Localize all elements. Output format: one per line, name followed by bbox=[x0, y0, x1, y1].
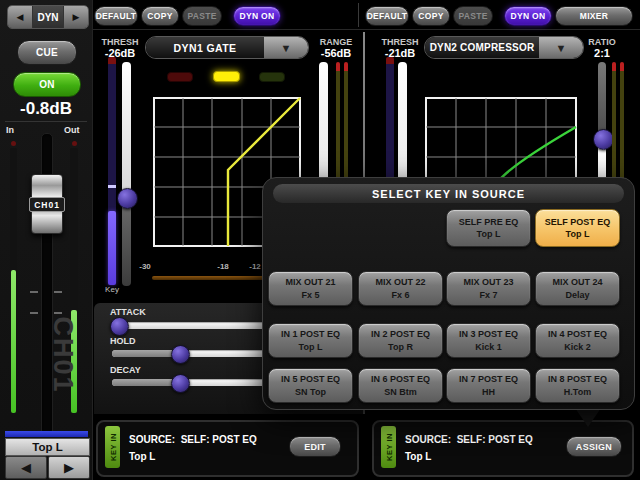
source-in-3-post-eq-button[interactable]: IN 3 POST EQKick 1 bbox=[446, 323, 531, 358]
source-main-label: MIX OUT 21 bbox=[285, 276, 335, 288]
source-main-label: SELF POST EQ bbox=[545, 216, 611, 228]
source-in-2-post-eq-button[interactable]: IN 2 POST EQTop R bbox=[358, 323, 443, 358]
source-main-label: IN 4 POST EQ bbox=[548, 328, 607, 340]
dyn2-on-button[interactable]: DYN ON bbox=[504, 6, 552, 26]
source-sub-label: Kick 1 bbox=[475, 341, 502, 353]
channel-prev-button[interactable]: ◀ bbox=[5, 456, 47, 479]
source-sub-label: Top L bbox=[477, 228, 501, 240]
hold-slider-knob[interactable] bbox=[171, 345, 190, 364]
page-prev-button[interactable]: ◀ bbox=[8, 6, 33, 28]
source-in-6-post-eq-button[interactable]: IN 6 POST EQSN Btm bbox=[358, 368, 443, 403]
dyn2-on-label: DYN ON bbox=[511, 11, 546, 21]
page-next-button[interactable]: ▶ bbox=[63, 6, 88, 28]
fader-level-value: -0.8dB bbox=[0, 99, 92, 119]
source-in-7-post-eq-button[interactable]: IN 7 POST EQHH bbox=[446, 368, 531, 403]
dyn2-ratio-knob[interactable] bbox=[593, 129, 614, 150]
dyn1-led-yellow bbox=[213, 71, 240, 82]
source-main-label: IN 1 POST EQ bbox=[281, 328, 340, 340]
source-sub-label: Fx 6 bbox=[391, 289, 409, 301]
dyn2-keyin-assign-button[interactable]: ASSIGN bbox=[566, 436, 622, 457]
source-in-1-post-eq-button[interactable]: IN 1 POST EQTop L bbox=[268, 323, 353, 358]
page-selector-label: DYN bbox=[37, 12, 58, 23]
chevron-down-icon: ▼ bbox=[281, 42, 292, 54]
source-in-4-post-eq-button[interactable]: IN 4 POST EQKick 2 bbox=[535, 323, 620, 358]
channel-color-bar bbox=[5, 431, 88, 437]
source-mix-out-23-button[interactable]: MIX OUT 23Fx 7 bbox=[446, 271, 531, 306]
dyn1-keyin-tag: KEY IN bbox=[105, 426, 120, 468]
channel-ghost-label: CH01 bbox=[47, 316, 78, 393]
channel-next-arrow-icon: ▶ bbox=[64, 460, 74, 475]
dyn1-thresh-label: THRESH bbox=[96, 37, 144, 47]
channel-next-button[interactable]: ▶ bbox=[48, 456, 90, 479]
source-mix-out-21-button[interactable]: MIX OUT 21Fx 5 bbox=[268, 271, 353, 306]
topbar-divider-2 bbox=[358, 3, 359, 27]
dyn2-ratio-value: 2:1 bbox=[580, 47, 624, 59]
fader-tick bbox=[30, 312, 38, 314]
in-clip-led bbox=[11, 141, 16, 146]
source-sub-label: Top R bbox=[388, 341, 413, 353]
fader-tick bbox=[54, 291, 62, 293]
dyn1-thresh-slider-upper[interactable] bbox=[122, 62, 131, 193]
topbar-underline bbox=[0, 29, 640, 30]
cue-label: CUE bbox=[36, 47, 58, 58]
dyn1-copy-button[interactable]: COPY bbox=[141, 6, 179, 26]
fader-channel-tag: CH01 bbox=[29, 197, 65, 212]
dyn2-thresh-value: -21dB bbox=[376, 47, 424, 59]
source-self-pre-eq-button[interactable]: SELF PRE EQTop L bbox=[446, 209, 531, 247]
source-sub-label: Delay bbox=[565, 289, 589, 301]
dyn1-axis-tick: -30 bbox=[134, 262, 156, 271]
source-sub-label: Top L bbox=[299, 341, 323, 353]
dyn1-keyin-tag-label: KEY IN bbox=[108, 433, 117, 461]
source-sub-label: Fx 7 bbox=[479, 289, 497, 301]
dyn1-default-button[interactable]: DEFAULT bbox=[94, 6, 138, 26]
source-sub-label: Kick 2 bbox=[564, 341, 591, 353]
assign-label: ASSIGN bbox=[576, 442, 612, 452]
source-main-label: MIX OUT 24 bbox=[552, 276, 602, 288]
dyn1-on-button[interactable]: DYN ON bbox=[233, 6, 281, 26]
source-mix-out-22-button[interactable]: MIX OUT 22Fx 6 bbox=[358, 271, 443, 306]
dyn2-thresh-label: THRESH bbox=[376, 37, 424, 47]
source-mix-out-24-button[interactable]: MIX OUT 24Delay bbox=[535, 271, 620, 306]
source-in-8-post-eq-button[interactable]: IN 8 POST EQH.Tom bbox=[535, 368, 620, 403]
edit-label: EDIT bbox=[304, 442, 326, 452]
dyn1-type-dropdown[interactable]: DYN1 GATE ▼ bbox=[145, 36, 309, 59]
dyn2-default-button[interactable]: DEFAULT bbox=[365, 6, 409, 26]
dyn1-axis-tick: -18 bbox=[212, 262, 234, 271]
cue-button[interactable]: CUE bbox=[17, 40, 77, 65]
dyn1-range-label: RANGE bbox=[312, 37, 360, 47]
in-meter-fill bbox=[11, 270, 16, 413]
dyn2-ratio-slider-upper[interactable] bbox=[598, 62, 606, 136]
hold-slider-fill bbox=[112, 350, 180, 357]
dyn1-thresh-value: -26dB bbox=[96, 47, 144, 59]
channel-fader-knob[interactable]: CH01 bbox=[31, 174, 63, 234]
dyn1-paste-button[interactable]: PASTE bbox=[182, 6, 222, 26]
dyn1-thresh-knob[interactable] bbox=[117, 188, 138, 209]
source-main-label: IN 7 POST EQ bbox=[459, 373, 518, 385]
dyn1-keyin-bar: KEY IN SOURCE: SELF: POST EQ Top L EDIT bbox=[96, 420, 359, 477]
dyn2-type-value-box: DYN2 COMPRESSOR bbox=[425, 37, 539, 58]
dyn2-paste-button[interactable]: PASTE bbox=[453, 6, 493, 26]
out-clip-led bbox=[72, 141, 77, 146]
dyn2-key-meter-peak bbox=[386, 57, 394, 64]
dyn1-keyin-edit-button[interactable]: EDIT bbox=[289, 436, 341, 457]
source-in-5-post-eq-button[interactable]: IN 5 POST EQSN Top bbox=[268, 368, 353, 403]
source-self-post-eq-button[interactable]: SELF POST EQTop L bbox=[535, 209, 620, 247]
source-main-label: IN 2 POST EQ bbox=[371, 328, 430, 340]
dyn1-range-value: -56dB bbox=[312, 47, 360, 59]
source-sub-label: Top L bbox=[566, 228, 590, 240]
dyn1-type-value: DYN1 GATE bbox=[174, 42, 237, 54]
dyn2-copy-button[interactable]: COPY bbox=[412, 6, 450, 26]
channel-on-button[interactable]: ON bbox=[13, 72, 81, 97]
mixer-label: MIXER bbox=[580, 11, 608, 21]
attack-slider-knob[interactable] bbox=[110, 317, 129, 336]
dyn2-keyin-source: SOURCE: SELF: POST EQ bbox=[405, 434, 533, 445]
dyn2-type-value: DYN2 COMPRESSOR bbox=[430, 42, 535, 53]
mixer-button[interactable]: MIXER bbox=[555, 6, 633, 26]
popup-title: SELECT KEY IN SOURCE bbox=[372, 188, 525, 200]
dyn2-type-dropdown[interactable]: DYN2 COMPRESSOR ▼ bbox=[424, 36, 584, 59]
dyn2-keyin-tag-label: KEY IN bbox=[384, 433, 393, 461]
decay-slider-knob[interactable] bbox=[171, 374, 190, 393]
dyn2-ratio-label: RATIO bbox=[580, 37, 624, 47]
dyn1-led-green bbox=[259, 72, 285, 82]
source-main-label: IN 5 POST EQ bbox=[281, 373, 340, 385]
